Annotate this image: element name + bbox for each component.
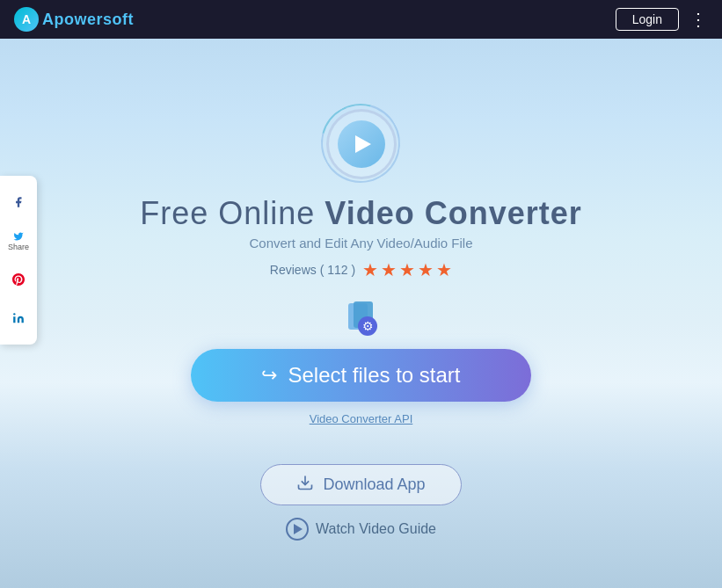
- product-icon-circle: [326, 109, 397, 179]
- select-files-label: Select files to start: [288, 363, 460, 388]
- reviews-text: Reviews ( 112 ): [270, 263, 355, 277]
- download-app-label: Download App: [323, 475, 425, 494]
- facebook-share-button[interactable]: [0, 183, 37, 221]
- login-button[interactable]: Login: [616, 8, 679, 31]
- reviews-row: Reviews ( 112 ) ★ ★ ★ ★ ★: [270, 259, 452, 280]
- logo: A Apowersoft: [14, 7, 134, 32]
- svg-point-0: [13, 313, 15, 315]
- download-icon: [296, 474, 314, 496]
- twitter-share-button[interactable]: Share: [0, 221, 37, 260]
- logo-icon: A: [14, 7, 39, 32]
- stars: ★ ★ ★ ★ ★: [362, 259, 452, 280]
- navbar: A Apowersoft Login ⋮: [0, 0, 722, 39]
- social-sidebar: Share: [0, 176, 37, 345]
- product-icon-inner: [338, 120, 385, 168]
- play-icon: [355, 135, 371, 153]
- arrow-icon: ↪: [261, 364, 277, 387]
- star-3: ★: [399, 259, 415, 280]
- file-badge-icon: ⚙: [341, 300, 382, 344]
- star-1: ★: [362, 259, 378, 280]
- title-strong: Video Converter: [325, 195, 581, 231]
- star-4: ★: [418, 259, 434, 280]
- subtitle: Convert and Edit Any Video/Audio File: [249, 236, 472, 250]
- menu-dots-icon[interactable]: ⋮: [689, 9, 708, 30]
- watch-play-triangle: [294, 524, 303, 534]
- navbar-right: Login ⋮: [616, 8, 708, 31]
- product-icon: [326, 109, 397, 179]
- main-content: Free Online Video Converter Convert and …: [0, 39, 722, 541]
- api-link[interactable]: Video Converter API: [310, 412, 413, 425]
- twitter-share-label: Share: [8, 243, 29, 251]
- watch-video-label: Watch Video Guide: [316, 521, 436, 537]
- page-title: Free Online Video Converter: [140, 195, 582, 232]
- watch-video-button[interactable]: Watch Video Guide: [286, 518, 436, 541]
- pinterest-share-button[interactable]: [0, 260, 37, 299]
- select-files-button[interactable]: ↪ Select files to start: [191, 349, 530, 402]
- watch-play-icon: [286, 518, 309, 541]
- linkedin-share-button[interactable]: [0, 299, 37, 338]
- star-2: ★: [381, 259, 397, 280]
- title-free: Free Online: [140, 195, 325, 231]
- svg-text:⚙: ⚙: [361, 319, 373, 333]
- star-5: ★: [436, 259, 452, 280]
- logo-text: Apowersoft: [42, 11, 134, 29]
- download-app-button[interactable]: Download App: [260, 464, 461, 505]
